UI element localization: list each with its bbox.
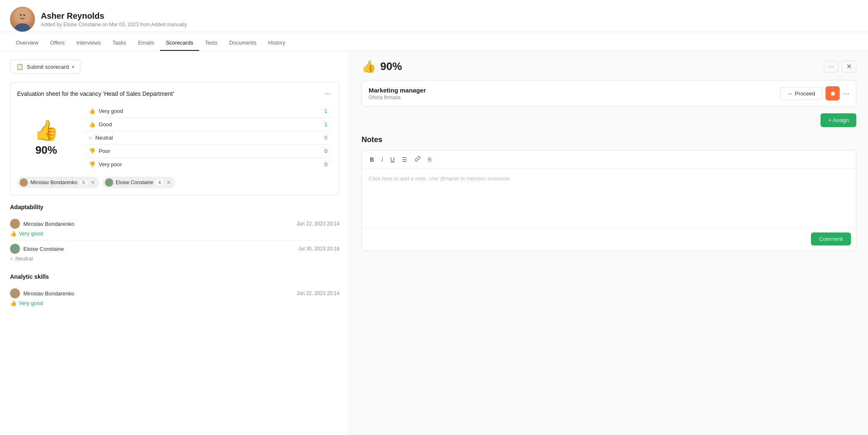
tab-tasks[interactable]: Tasks — [107, 35, 132, 51]
header-actions: ··· ✕ — [824, 60, 856, 72]
copy-button[interactable]: ⎘ — [425, 155, 434, 164]
rating-label-very-poor: Very poor — [99, 161, 122, 168]
link-button[interactable] — [412, 155, 424, 164]
tab-tests[interactable]: Tests — [199, 35, 223, 51]
position-subtitle: Oferta firmada — [369, 95, 426, 100]
app-container: Asher Reynolds Added by Eloise Constaine… — [0, 0, 868, 435]
tab-documents[interactable]: Documents — [223, 35, 262, 51]
entry-rating: ○ Neutral — [10, 255, 339, 262]
comment-footer: Comment — [362, 227, 856, 250]
big-thumbs-up-icon: 👍 — [362, 60, 376, 73]
svg-point-1 — [15, 23, 30, 32]
rating-text: Very good — [19, 230, 43, 237]
score-percentage: 90% — [35, 144, 57, 157]
chevron-down-icon: ▾ — [72, 65, 74, 69]
entry-eloise-adaptability: Eloise Constaine Jul 30, 2023 20:18 ○ Ne… — [10, 240, 339, 265]
submit-scorecard-label: Submit scorecard — [27, 64, 69, 70]
eval-card-header: Evaluation sheet for the vacancy 'Head o… — [17, 89, 332, 98]
entry-miroslav-adaptability: Miroslav Bondarenko Jun 22, 2023 20:14 👍… — [10, 215, 339, 240]
editor-toolbar: B i U ☰ ⎘ — [362, 150, 856, 169]
avatar — [10, 7, 35, 32]
tab-history[interactable]: History — [262, 35, 291, 51]
rating-row-good: 👍 Good 1 — [84, 118, 332, 131]
reviewer-count-miroslav: 5 — [80, 180, 87, 185]
reviewer-remove-eloise[interactable]: ✕ — [167, 180, 171, 185]
rating-label-very-good: Very good — [99, 108, 123, 114]
notes-editor: B i U ☰ ⎘ Click here to add a note. Use … — [362, 150, 856, 251]
rating-row-neutral: ○ Neutral 0 — [84, 131, 332, 145]
thumbs-down-filled-icon: 👎 — [89, 161, 95, 168]
reviewer-avatar-miroslav — [20, 178, 28, 187]
thumbs-up-icon: 👍 — [34, 119, 59, 142]
eval-more-button[interactable]: ··· — [323, 89, 332, 98]
left-panel: 📋 Submit scorecard ▾ Evaluation sheet fo… — [0, 51, 350, 435]
tab-overview[interactable]: Overview — [10, 35, 44, 51]
tab-scorecards[interactable]: Scorecards — [160, 35, 199, 51]
rating-row-poor: 👎 Poor 0 — [84, 145, 332, 158]
notes-editor-area[interactable]: Click here to add a note. Use @name to m… — [362, 169, 856, 227]
assign-label: + Assign — [828, 117, 849, 123]
tab-interviews[interactable]: Interviews — [70, 35, 107, 51]
stop-button[interactable]: ⏹ — [826, 86, 840, 100]
main-content: 📋 Submit scorecard ▾ Evaluation sheet fo… — [0, 51, 868, 435]
underline-button[interactable]: U — [387, 155, 397, 164]
section-analytic-skills: Analytic skills Miroslav Bondarenko Jun … — [10, 273, 339, 310]
rating-count-neutral: 0 — [324, 135, 327, 141]
proceed-button[interactable]: → Proceed — [780, 87, 822, 100]
submit-scorecard-button[interactable]: 📋 Submit scorecard ▾ — [10, 60, 80, 74]
position-more-button[interactable]: ··· — [843, 89, 849, 98]
rating-text: Neutral — [15, 255, 33, 262]
score-left: 👍 90% — [17, 105, 75, 171]
rating-count-poor: 0 — [324, 148, 327, 154]
rating-row-very-poor: 👎 Very poor 0 — [84, 158, 332, 171]
tab-offers[interactable]: Offers — [44, 35, 70, 51]
proceed-label: Proceed — [795, 90, 815, 97]
header: Asher Reynolds Added by Eloise Constaine… — [0, 0, 868, 32]
panel-close-button[interactable]: ✕ — [842, 60, 856, 72]
position-title: Marketing manager — [369, 87, 426, 94]
svg-point-4 — [23, 14, 25, 16]
position-card: Marketing manager Oferta firmada → Proce… — [362, 80, 856, 107]
eval-card-title: Evaluation sheet for the vacancy 'Head o… — [17, 90, 174, 97]
thumbs-down-icon: 👎 — [89, 148, 95, 154]
svg-point-3 — [20, 14, 22, 16]
section-adaptability-title: Adaptability — [10, 204, 339, 210]
reviewer-tag-miroslav[interactable]: Miroslav Bondarenko 5 ✕ — [17, 177, 99, 188]
person-avatar — [10, 219, 20, 229]
entry-date: Jun 22, 2023 20:14 — [297, 290, 339, 296]
rating-count-good: 1 — [324, 121, 327, 128]
notes-title: Notes — [362, 135, 856, 144]
italic-button[interactable]: i — [379, 155, 386, 164]
rating-count-very-poor: 0 — [324, 161, 327, 168]
rating-count-very-good: 1 — [324, 108, 327, 114]
reviewer-avatar-eloise — [105, 178, 113, 187]
rating-label-poor: Poor — [99, 148, 110, 154]
entry-miroslav-analytic: Miroslav Bondarenko Jun 22, 2023 20:14 👍… — [10, 285, 339, 310]
reviewer-name-miroslav: Miroslav Bondarenko — [30, 180, 77, 185]
bold-button[interactable]: B — [367, 155, 377, 164]
thumbs-up-icon: 👍 — [89, 108, 95, 114]
stop-icon: ⏹ — [830, 90, 836, 97]
candidate-added-by: Added by Eloise Constaine on Mar 03, 202… — [41, 22, 858, 28]
tabs-bar: Overview Offers Interviews Tasks Emails … — [0, 35, 868, 51]
entry-rating: 👍 Very good — [10, 300, 339, 306]
rating-label-neutral: Neutral — [95, 135, 113, 141]
comment-button[interactable]: Comment — [811, 232, 851, 245]
rating-thumb-icon: 👍 — [10, 230, 17, 237]
panel-more-button[interactable]: ··· — [824, 61, 838, 72]
reviewer-tag-eloise[interactable]: Eloise Constaine 4 ✕ — [102, 177, 175, 188]
entry-date: Jul 30, 2023 20:18 — [298, 246, 339, 252]
rating-text: Very good — [19, 300, 43, 306]
scorecard-icon: 📋 — [16, 63, 23, 70]
notes-section: Notes B i U ☰ ⎘ — [362, 135, 856, 251]
right-panel: 👍 90% ··· ✕ Marketing manager Oferta fir… — [350, 51, 868, 435]
assign-button[interactable]: + Assign — [821, 113, 856, 127]
assign-section: + Assign — [362, 113, 856, 127]
person-avatar — [10, 288, 20, 298]
score-header: 👍 90% ··· ✕ — [362, 60, 856, 73]
list-button[interactable]: ☰ — [399, 155, 410, 164]
reviewer-remove-miroslav[interactable]: ✕ — [91, 180, 95, 185]
tab-emails[interactable]: Emails — [132, 35, 160, 51]
rating-row-very-good: 👍 Very good 1 — [84, 105, 332, 118]
scorecard-body: 👍 90% 👍 Very good 1 — [17, 105, 332, 171]
